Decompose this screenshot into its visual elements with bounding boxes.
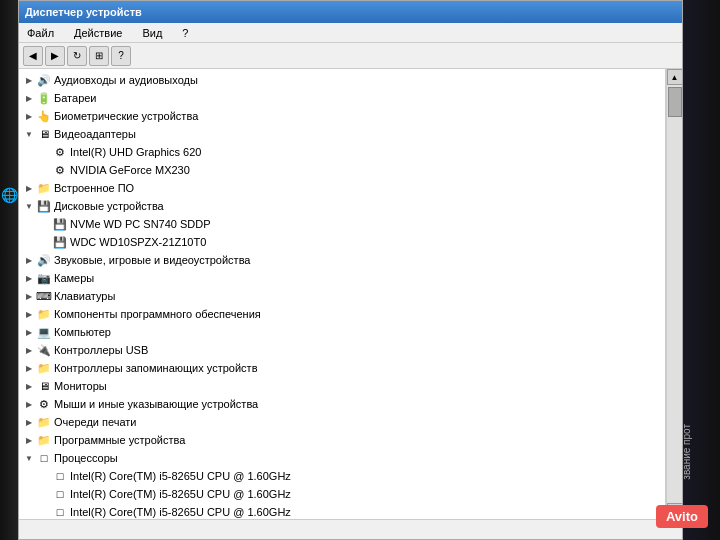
tree-item-wdc[interactable]: 💾WDC WD10SPZX-21Z10T0 xyxy=(19,233,665,251)
expand-icon-cpu3[interactable] xyxy=(39,506,51,518)
expand-icon-video_adapters[interactable]: ▼ xyxy=(23,128,35,140)
tree-label-cameras: Камеры xyxy=(54,272,94,284)
expand-icon-computer[interactable]: ▶ xyxy=(23,326,35,338)
avito-badge: Avito xyxy=(656,505,708,528)
tree-item-sound_video[interactable]: ▶🔊Звуковые, игровые и видеоустройства xyxy=(19,251,665,269)
tree-item-print_queues[interactable]: ▶📁Очереди печати xyxy=(19,413,665,431)
tree-item-mice[interactable]: ▶⚙Мыши и иные указывающие устройства xyxy=(19,395,665,413)
tree-item-keyboards[interactable]: ▶⌨Клавиатуры xyxy=(19,287,665,305)
sound-icon: 🔊 xyxy=(37,73,51,87)
folder-icon: 📁 xyxy=(37,307,51,321)
tree-item-audio[interactable]: ▶🔊Аудиовходы и аудиовыходы xyxy=(19,71,665,89)
expand-icon-audio[interactable]: ▶ xyxy=(23,74,35,86)
tree-item-nvme[interactable]: 💾NVMe WD PC SN740 SDDP xyxy=(19,215,665,233)
scrollbar[interactable]: ▲ ▼ xyxy=(666,69,682,519)
tree-label-cpu3: Intel(R) Core(TM) i5-8265U CPU @ 1.60GHz xyxy=(70,506,291,518)
tree-item-cameras[interactable]: ▶📷Камеры xyxy=(19,269,665,287)
expand-icon-firmware[interactable]: ▶ xyxy=(23,182,35,194)
disk-icon: 💾 xyxy=(53,235,67,249)
tree-item-battery[interactable]: ▶🔋Батареи xyxy=(19,89,665,107)
usb-icon: 🔌 xyxy=(37,343,51,357)
expand-icon-cameras[interactable]: ▶ xyxy=(23,272,35,284)
tree-label-sound_video: Звуковые, игровые и видеоустройства xyxy=(54,254,251,266)
content-area: ▶🔊Аудиовходы и аудиовыходы▶🔋Батареи▶👆Био… xyxy=(19,69,682,519)
tree-label-video_adapters: Видеоадаптеры xyxy=(54,128,136,140)
expand-icon-printers[interactable]: ▶ xyxy=(23,434,35,446)
tree-item-intel_gpu[interactable]: ⚙Intel(R) UHD Graphics 620 xyxy=(19,143,665,161)
tree-item-computer[interactable]: ▶💻Компьютер xyxy=(19,323,665,341)
menu-view[interactable]: Вид xyxy=(138,27,166,39)
disk-icon: 💾 xyxy=(37,199,51,213)
expand-icon-keyboards[interactable]: ▶ xyxy=(23,290,35,302)
tree-label-mice: Мыши и иные указывающие устройства xyxy=(54,398,258,410)
folder-icon: 📁 xyxy=(37,361,51,375)
menu-help[interactable]: ? xyxy=(178,27,192,39)
scroll-up-arrow[interactable]: ▲ xyxy=(667,69,683,85)
tree-item-printers[interactable]: ▶📁Программные устройства xyxy=(19,431,665,449)
expand-icon-processors[interactable]: ▼ xyxy=(23,452,35,464)
device-icon: ⚙ xyxy=(53,145,67,159)
tree-item-usb_controllers[interactable]: ▶🔌Контроллеры USB xyxy=(19,341,665,359)
tree-item-cpu2[interactable]: □Intel(R) Core(TM) i5-8265U CPU @ 1.60GH… xyxy=(19,485,665,503)
tree-label-battery: Батареи xyxy=(54,92,97,104)
expand-icon-software_components[interactable]: ▶ xyxy=(23,308,35,320)
tree-item-software_components[interactable]: ▶📁Компоненты программного обеспечения xyxy=(19,305,665,323)
menu-bar: Файл Действие Вид ? xyxy=(19,23,682,43)
toolbar-btn-back[interactable]: ◀ xyxy=(23,46,43,66)
monitor-icon: 🖥 xyxy=(37,379,51,393)
expand-icon-wdc[interactable] xyxy=(39,236,51,248)
tree-item-storage_controllers[interactable]: ▶📁Контроллеры запоминающих устройств xyxy=(19,359,665,377)
expand-icon-sound_video[interactable]: ▶ xyxy=(23,254,35,266)
tree-item-biometric[interactable]: ▶👆Биометрические устройства xyxy=(19,107,665,125)
tree-item-cpu3[interactable]: □Intel(R) Core(TM) i5-8265U CPU @ 1.60GH… xyxy=(19,503,665,519)
expand-icon-print_queues[interactable]: ▶ xyxy=(23,416,35,428)
expand-icon-cpu1[interactable] xyxy=(39,470,51,482)
expand-icon-nvme[interactable] xyxy=(39,218,51,230)
browser-icon: 🌐 xyxy=(0,180,18,210)
device-manager-window: Диспетчер устройств Файл Действие Вид ? … xyxy=(18,0,683,540)
expand-icon-storage_controllers[interactable]: ▶ xyxy=(23,362,35,374)
tree-label-firmware: Встроенное ПО xyxy=(54,182,134,194)
toolbar-btn-refresh[interactable]: ↻ xyxy=(67,46,87,66)
expand-icon-usb_controllers[interactable]: ▶ xyxy=(23,344,35,356)
menu-action[interactable]: Действие xyxy=(70,27,126,39)
tree-item-cpu1[interactable]: □Intel(R) Core(TM) i5-8265U CPU @ 1.60GH… xyxy=(19,467,665,485)
expand-icon-monitors[interactable]: ▶ xyxy=(23,380,35,392)
tree-item-video_adapters[interactable]: ▼🖥Видеоадаптеры xyxy=(19,125,665,143)
computer-icon: 💻 xyxy=(37,325,51,339)
menu-file[interactable]: Файл xyxy=(23,27,58,39)
scroll-thumb[interactable] xyxy=(668,87,682,117)
tree-item-monitors[interactable]: ▶🖥Мониторы xyxy=(19,377,665,395)
expand-icon-biometric[interactable]: ▶ xyxy=(23,110,35,122)
expand-icon-cpu2[interactable] xyxy=(39,488,51,500)
tree-item-processors[interactable]: ▼□Процессоры xyxy=(19,449,665,467)
tree-panel[interactable]: ▶🔊Аудиовходы и аудиовыходы▶🔋Батареи▶👆Био… xyxy=(19,69,666,519)
sound-icon: 🔊 xyxy=(37,253,51,267)
expand-icon-battery[interactable]: ▶ xyxy=(23,92,35,104)
cpu-icon: □ xyxy=(53,469,67,483)
toolbar-btn-help[interactable]: ? xyxy=(111,46,131,66)
toolbar-btn-properties[interactable]: ⊞ xyxy=(89,46,109,66)
tree-label-audio: Аудиовходы и аудиовыходы xyxy=(54,74,198,86)
cpu-icon: □ xyxy=(37,451,51,465)
window-title: Диспетчер устройств xyxy=(25,6,142,18)
tree-item-nvidia_gpu[interactable]: ⚙NVIDIA GeForce MX230 xyxy=(19,161,665,179)
title-bar: Диспетчер устройств xyxy=(19,1,682,23)
tree-label-wdc: WDC WD10SPZX-21Z10T0 xyxy=(70,236,206,248)
device-icon: ⚙ xyxy=(53,163,67,177)
cpu-icon: □ xyxy=(53,505,67,519)
tree-label-biometric: Биометрические устройства xyxy=(54,110,198,122)
tree-label-computer: Компьютер xyxy=(54,326,111,338)
tree-item-firmware[interactable]: ▶📁Встроенное ПО xyxy=(19,179,665,197)
expand-icon-intel_gpu[interactable] xyxy=(39,146,51,158)
tree-label-printers: Программные устройства xyxy=(54,434,185,446)
tree-label-monitors: Мониторы xyxy=(54,380,107,392)
expand-icon-nvidia_gpu[interactable] xyxy=(39,164,51,176)
cpu-icon: □ xyxy=(53,487,67,501)
toolbar-btn-forward[interactable]: ▶ xyxy=(45,46,65,66)
expand-icon-disk_drives[interactable]: ▼ xyxy=(23,200,35,212)
folder-icon: 📁 xyxy=(37,415,51,429)
tree-item-disk_drives[interactable]: ▼💾Дисковые устройства xyxy=(19,197,665,215)
expand-icon-mice[interactable]: ▶ xyxy=(23,398,35,410)
scroll-track[interactable] xyxy=(667,85,682,503)
